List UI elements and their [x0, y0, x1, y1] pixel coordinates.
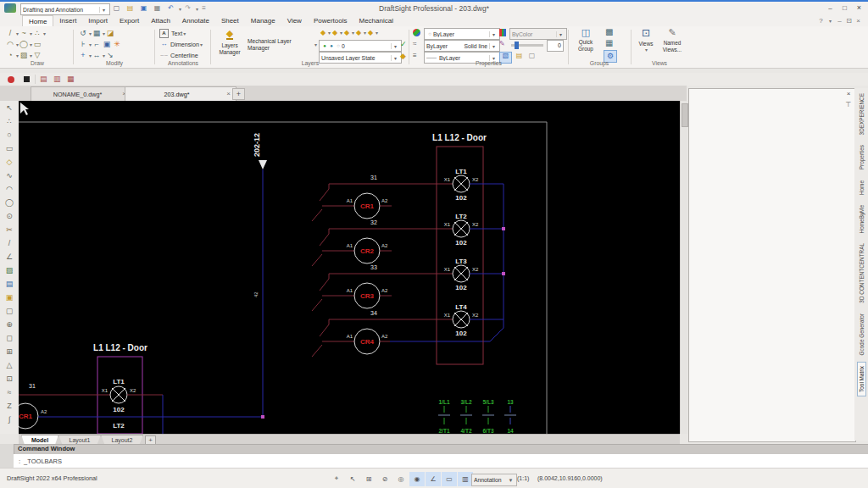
- palette-tab-3dexperience[interactable]: 3DEXPERIENCE: [858, 90, 865, 138]
- ribbon-options-chevron-icon[interactable]: ▾: [826, 19, 835, 24]
- close-button[interactable]: ×: [852, 4, 866, 12]
- palette-tab-home[interactable]: Home: [858, 177, 865, 198]
- offset-tool-button[interactable]: ⌐: [92, 41, 102, 48]
- macro-tool-button[interactable]: ▦: [67, 75, 75, 83]
- erase-tool-button[interactable]: ◪: [105, 30, 115, 37]
- expand-ribbon-icon[interactable]: ⊡: [844, 18, 854, 25]
- layer-state-icon[interactable]: ◆: [400, 53, 406, 60]
- tool-button[interactable]: ▢: [3, 304, 16, 318]
- chevron-down-icon[interactable]: ▾: [43, 30, 46, 36]
- rectangle-tool-button[interactable]: ▭: [32, 41, 42, 48]
- transparency-value-box[interactable]: 0: [547, 40, 564, 52]
- point-tool-button[interactable]: ∴: [32, 30, 42, 37]
- tool-button[interactable]: ≈: [3, 385, 16, 399]
- entity-snap-toggle[interactable]: ◉: [409, 472, 425, 486]
- text-button[interactable]: A Text ▾: [159, 28, 186, 38]
- layer-tool-icon[interactable]: ◆: [319, 30, 327, 36]
- active-layer-combo[interactable]: ● ● ○ 0 ▾: [319, 40, 402, 52]
- new-document-button[interactable]: ▢: [110, 2, 123, 16]
- redo-button[interactable]: ↷: [181, 2, 194, 16]
- circle-tool-button[interactable]: ◔: [5, 52, 15, 59]
- layers-manager-button[interactable]: ◆ Layers Manager: [214, 27, 246, 61]
- chevron-down-icon[interactable]: ▾: [200, 42, 203, 47]
- tool-button[interactable]: ◠: [3, 182, 16, 196]
- tool-button[interactable]: ∫: [3, 413, 16, 426]
- color-wheel-icon[interactable]: [413, 29, 420, 36]
- mechanical-layer-manager-button[interactable]: Mechanical Layer Manager ▾: [248, 38, 317, 52]
- transparency-slider[interactable]: [511, 44, 543, 47]
- scale-tool-button[interactable]: ↔: [92, 52, 102, 59]
- drawing-canvas[interactable]: 202-12 42 31 CR1 A1 A2 32 CR2 A1 A2 33 C…: [19, 101, 680, 434]
- views-button[interactable]: ⊡ Views ▾: [634, 27, 658, 61]
- minimize-ribbon-icon[interactable]: –: [835, 18, 844, 25]
- linecolor-combo[interactable]: ○ ByLayer ▾: [424, 28, 500, 40]
- line-tool-button[interactable]: /: [5, 30, 15, 37]
- ortho-toggle[interactable]: ⊘: [377, 472, 392, 486]
- bycolor-combo[interactable]: ByColor ▾: [509, 28, 567, 40]
- chevron-down-icon[interactable]: ▾: [376, 30, 378, 36]
- layer-tool-icon[interactable]: ◆: [354, 30, 363, 36]
- open-button[interactable]: ▤: [124, 2, 136, 16]
- tool-button[interactable]: ∠: [3, 250, 16, 263]
- palette-tab-properties[interactable]: Properties: [858, 141, 865, 173]
- scrollbar-thumb[interactable]: [682, 103, 688, 127]
- linestyle-combo[interactable]: ByLayer Solid line ▾: [424, 40, 500, 52]
- layer-tool-icon[interactable]: ◆: [366, 30, 375, 36]
- command-window-grip[interactable]: [0, 444, 14, 468]
- chevron-down-icon[interactable]: ▾: [183, 30, 186, 36]
- tool-button[interactable]: ∴: [3, 114, 16, 128]
- maximize-button[interactable]: □: [837, 5, 852, 12]
- tool-button[interactable]: △: [3, 358, 16, 372]
- selection-cursor-toggle[interactable]: ↖: [345, 472, 360, 486]
- tool-button[interactable]: ∿: [3, 169, 16, 182]
- close-palette-icon[interactable]: ×: [844, 91, 853, 97]
- tab-export[interactable]: Export: [114, 15, 145, 26]
- stop-macro-button[interactable]: [24, 76, 30, 82]
- new-tab-button[interactable]: +: [232, 88, 245, 100]
- tool-button[interactable]: ⊡: [3, 372, 16, 385]
- polar-tracking-toggle[interactable]: ◎: [393, 472, 409, 486]
- rotate-tool-button[interactable]: ↺: [78, 30, 88, 37]
- layer-check-icon[interactable]: ✓: [400, 41, 407, 48]
- annotation-scale-combo[interactable]: Annotation ▼: [471, 474, 517, 486]
- tool-button[interactable]: ⊙: [3, 209, 16, 223]
- polyline-tool-button[interactable]: ~: [19, 30, 29, 37]
- tool-button[interactable]: ⊞: [3, 345, 16, 358]
- grid-toggle[interactable]: ⊞: [361, 472, 376, 486]
- palette-tab-tool-matrix[interactable]: Tool Matrix: [857, 362, 866, 396]
- snap-toggle[interactable]: ⌖: [329, 472, 344, 486]
- save-button[interactable]: ▣: [137, 2, 150, 16]
- group-button[interactable]: ▩: [605, 28, 613, 36]
- record-macro-button[interactable]: [8, 76, 14, 83]
- tool-button[interactable]: ○: [3, 128, 16, 141]
- tab-sheet[interactable]: Sheet: [215, 15, 245, 26]
- tab-annotate[interactable]: Annotate: [176, 15, 215, 26]
- macro-tool-button[interactable]: ▤: [40, 75, 47, 83]
- tool-button[interactable]: ↖: [3, 101, 16, 114]
- palette-tab-gcode-generator[interactable]: Gcode Generator: [858, 310, 865, 358]
- tool-button[interactable]: ▤: [3, 277, 16, 291]
- transparency-slider-handle[interactable]: [515, 42, 519, 49]
- tool-button[interactable]: ⊕: [3, 318, 16, 331]
- tab-manage[interactable]: Manage: [245, 15, 281, 26]
- entity-tracking-toggle[interactable]: ∠: [426, 472, 441, 486]
- chevron-down-icon[interactable]: ▾: [314, 42, 317, 47]
- ungroup-button[interactable]: ▦: [605, 39, 613, 47]
- tool-button[interactable]: ▣: [3, 291, 16, 304]
- doc-tab-203[interactable]: 203.dwg* ×: [125, 86, 236, 101]
- doc-tab-noname[interactable]: NONAME_0.dwg* ×: [31, 86, 132, 101]
- close-tab-icon[interactable]: ×: [225, 91, 232, 97]
- polygon-tool-button[interactable]: ▽: [32, 52, 42, 59]
- macro-tool-button[interactable]: ▥: [53, 75, 61, 83]
- command-input-line[interactable]: : _TOOLBARS: [14, 454, 868, 468]
- pattern-tool-button[interactable]: ▦: [92, 30, 102, 37]
- trim-tool-button[interactable]: ⊦: [78, 41, 88, 48]
- tab-import[interactable]: Import: [82, 15, 114, 26]
- tool-button[interactable]: ◇: [3, 155, 16, 169]
- workspace-selector[interactable]: Drafting and Annotation ▾: [20, 3, 110, 15]
- minimize-button[interactable]: –: [823, 5, 837, 12]
- layer-tool-icon[interactable]: ◆: [342, 30, 351, 36]
- qat-customize-button[interactable]: ≡: [198, 2, 209, 16]
- tool-button[interactable]: ◯: [3, 196, 16, 209]
- quick-group-button[interactable]: ◫ Quick Group: [572, 27, 599, 61]
